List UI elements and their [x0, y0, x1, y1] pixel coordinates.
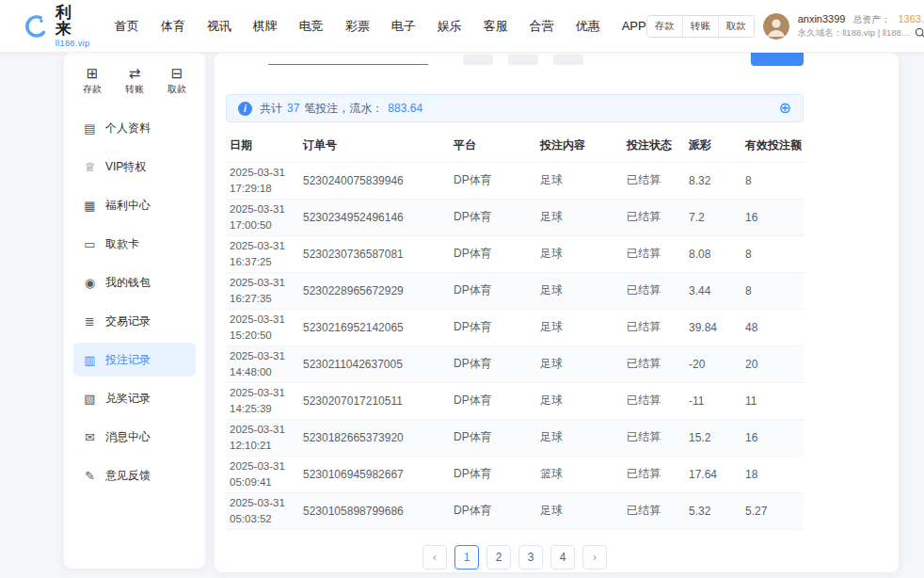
cell-status: 已结算 — [623, 419, 685, 456]
info-icon: i — [238, 102, 252, 116]
sidebar-item-label: 意见反馈 — [105, 468, 151, 484]
table-row: 2025-03-3105:09:415230106945982667DP体育篮球… — [226, 456, 804, 492]
filter-input[interactable] — [268, 56, 428, 65]
summary-mid: 笔投注，流水： — [304, 101, 383, 117]
cell-payout: 3.44 — [685, 272, 741, 309]
cell-payout: 8.32 — [685, 162, 741, 199]
username[interactable]: anxin3399 — [798, 13, 846, 25]
nav-item-home[interactable]: 首页 — [115, 18, 139, 35]
cell-order: 5230207017210511 — [299, 382, 450, 419]
plus-circle-icon[interactable]: ⊕ — [779, 101, 791, 116]
brand-name: 利 来 — [56, 5, 94, 37]
summary-count: 37 — [287, 102, 299, 115]
sidebar-item-vip[interactable]: ♕VIP特权 — [73, 150, 196, 184]
cell-platform: DP体育 — [450, 309, 536, 345]
filter-option-icon[interactable] — [553, 55, 583, 65]
nav-item-app[interactable]: APP — [622, 19, 646, 33]
time-value: 16:37:25 — [230, 254, 295, 269]
time-value: 05:03:52 — [230, 511, 295, 526]
cell-order: 5230228965672929 — [299, 272, 450, 309]
sidebar-item-withdraw-card[interactable]: ▭取款卡 — [73, 227, 196, 261]
table-row: 2025-03-3114:48:005230211042637005DP体育足球… — [226, 345, 804, 382]
cell-date: 2025-03-3115:20:50 — [226, 309, 299, 345]
summary-prefix: 共计 — [260, 101, 282, 117]
page-button-3[interactable]: 3 — [518, 545, 543, 570]
nav-item-live-casino[interactable]: 视讯 — [207, 18, 231, 35]
cell-content: 足球 — [536, 199, 623, 235]
filter-option-icon[interactable] — [463, 55, 493, 65]
quick-transfer-button[interactable]: ⇄转账 — [125, 66, 144, 96]
table-row: 2025-03-3116:37:255230230736587081DP体育足球… — [226, 235, 804, 272]
withdraw-button[interactable]: 取款 — [718, 16, 754, 37]
sidebar-item-message-center[interactable]: ✉消息中心 — [73, 420, 196, 454]
page-button-1[interactable]: 1 — [454, 545, 479, 570]
filter-option-icon[interactable] — [508, 55, 538, 65]
cell-platform: DP体育 — [450, 492, 536, 529]
date-value: 2025-03-31 — [230, 422, 295, 437]
nav-item-slots[interactable]: 电子 — [391, 18, 416, 35]
nav-item-chess[interactable]: 棋牌 — [253, 18, 278, 35]
filter-submit-button[interactable] — [751, 53, 804, 66]
sidebar-item-profile[interactable]: ▤个人资料 — [73, 111, 196, 145]
cell-content: 足球 — [536, 345, 623, 382]
cell-order: 5230211042637005 — [299, 345, 450, 382]
summary-bar: i 共计 37 笔投注，流水： 883.64 ⊕ — [226, 94, 804, 122]
search-icon[interactable] — [915, 27, 924, 39]
sidebar-item-label: 福利中心 — [105, 198, 151, 214]
nav-item-lottery[interactable]: 彩票 — [345, 18, 370, 35]
cell-valid: 48 — [741, 309, 804, 345]
transfer-button[interactable]: 转账 — [682, 16, 718, 37]
cell-content: 足球 — [536, 162, 623, 199]
cell-status: 已结算 — [623, 235, 685, 272]
sidebar-item-prize-records[interactable]: ▧兑奖记录 — [73, 381, 196, 415]
sidebar-item-welfare[interactable]: ▦福利中心 — [73, 188, 196, 222]
date-value: 2025-03-31 — [230, 312, 295, 327]
table-row: 2025-03-3117:00:505230234952496146DP体育足球… — [226, 199, 804, 235]
sidebar-item-wallet[interactable]: ◉我的钱包 — [73, 265, 196, 299]
page-body: ⊞存款⇄转账⊟取款 ▤个人资料♕VIP特权▦福利中心▭取款卡◉我的钱包≣交易记录… — [0, 53, 924, 578]
sidebar-item-label: 交易记录 — [105, 313, 151, 329]
time-value: 14:48:00 — [230, 364, 295, 379]
brand-logo[interactable]: 利 来 ll188.vip — [24, 5, 94, 48]
prize-records-icon: ▧ — [83, 392, 97, 406]
nav-item-promotions[interactable]: 优惠 — [576, 18, 600, 35]
avatar[interactable] — [763, 13, 789, 40]
page-button-2[interactable]: 2 — [486, 545, 511, 570]
table-row: 2025-03-3115:20:505230216952142065DP体育足球… — [226, 309, 804, 345]
cell-payout: 17.64 — [685, 456, 741, 492]
nav-item-cooperation[interactable]: 合营 — [530, 18, 554, 35]
sidebar-item-bet-records[interactable]: ▥投注记录 — [73, 343, 196, 377]
cell-order: 5230230736587081 — [299, 235, 450, 272]
cell-payout: 8.08 — [685, 235, 741, 272]
page-prev-button[interactable]: ‹ — [422, 545, 447, 570]
nav-item-sports[interactable]: 体育 — [161, 18, 185, 35]
table-row: 2025-03-3105:03:525230105898799686DP体育足球… — [226, 492, 804, 529]
cell-status: 已结算 — [623, 199, 685, 235]
welfare-icon: ▦ — [83, 199, 97, 213]
permanent-domain: 永久域名：ll188.vip | ll188… — [798, 27, 911, 38]
date-value: 2025-03-31 — [230, 275, 295, 290]
nav-item-esports[interactable]: 电竞 — [299, 18, 324, 35]
page-next-button[interactable]: › — [582, 545, 607, 570]
cell-payout: 15.2 — [685, 419, 741, 456]
cell-payout: -11 — [685, 382, 741, 419]
page-button-4[interactable]: 4 — [550, 545, 575, 570]
cell-date: 2025-03-3117:00:50 — [226, 199, 299, 235]
nav-item-entertainment[interactable]: 娱乐 — [438, 18, 462, 35]
sidebar-item-feedback[interactable]: ✎意见反馈 — [73, 458, 196, 492]
deposit-button[interactable]: 存款 — [647, 16, 682, 37]
quick-withdraw-button[interactable]: ⊟取款 — [167, 66, 186, 96]
column-header-3: 投注内容 — [536, 130, 623, 162]
time-value: 16:27:35 — [230, 291, 295, 306]
cell-platform: DP体育 — [450, 162, 536, 199]
table-row: 2025-03-3112:10:215230182665373920DP体育足球… — [226, 419, 804, 456]
quick-deposit-button[interactable]: ⊞存款 — [83, 66, 102, 96]
cell-content: 足球 — [536, 272, 623, 309]
cell-status: 已结算 — [623, 492, 685, 529]
brand-logo-icon — [24, 12, 49, 40]
nav-item-service[interactable]: 客服 — [484, 18, 508, 35]
sidebar-item-transaction-records[interactable]: ≣交易记录 — [73, 304, 196, 338]
cell-content: 足球 — [536, 309, 623, 345]
cell-payout: 5.32 — [685, 492, 741, 529]
cell-date: 2025-03-3112:10:21 — [226, 419, 299, 456]
